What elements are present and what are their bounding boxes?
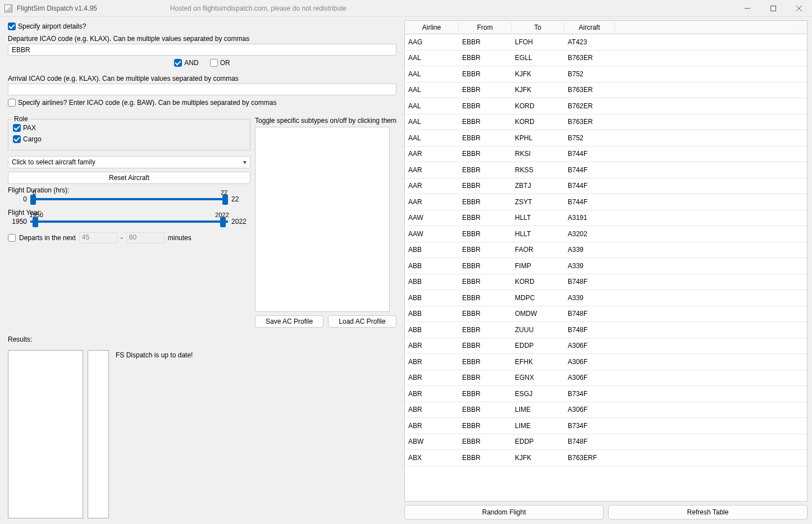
table-row[interactable]: AAREBBRRKSIB744F: [405, 146, 807, 163]
cell-airline: ABR: [405, 403, 459, 416]
arrival-input[interactable]: [8, 84, 396, 95]
table-row[interactable]: AALEBBRKORDB763ER: [405, 114, 807, 131]
col-aircraft[interactable]: Aircraft: [564, 22, 615, 33]
table-row[interactable]: AAWEBBRHLLTA3191: [405, 210, 807, 227]
cell-aircraft: B748F: [564, 275, 615, 288]
minimize-button[interactable]: [735, 0, 760, 17]
cell-from: EBBR: [459, 339, 512, 352]
cell-spacer: [615, 264, 807, 268]
and-label: AND: [184, 59, 198, 67]
pax-checkbox[interactable]: [13, 124, 21, 132]
year-thumb-max[interactable]: [220, 217, 226, 227]
duration-slider[interactable]: 0 22: [30, 198, 228, 200]
col-airline[interactable]: Airline: [405, 22, 459, 33]
cell-spacer: [615, 392, 807, 396]
table-row[interactable]: ABREBBRLIMEB734F: [405, 418, 807, 434]
cell-aircraft: B762ER: [564, 100, 615, 112]
refresh-table-button[interactable]: Refresh Table: [608, 505, 808, 520]
table-row[interactable]: ABBEBBRFAORA339: [405, 242, 807, 259]
table-row[interactable]: ABXEBBRKJFKB763ERF: [405, 450, 807, 466]
maximize-button[interactable]: [760, 0, 786, 17]
cell-spacer: [615, 375, 807, 380]
reset-aircraft-button[interactable]: Reset Aircraft: [8, 172, 250, 184]
random-flight-button[interactable]: Random Flight: [404, 505, 604, 520]
cell-airline: ABB: [405, 243, 459, 256]
table-row[interactable]: AAGEBBRLFOHAT423: [405, 34, 807, 50]
cell-to: ESGJ: [512, 388, 564, 400]
year-label: Flight Year:: [8, 209, 250, 217]
cargo-checkbox[interactable]: [13, 135, 21, 143]
results-listbox-1[interactable]: [8, 350, 83, 518]
or-label: OR: [220, 59, 230, 67]
table-row[interactable]: AAREBBRZSYTB744F: [405, 194, 807, 210]
cell-aircraft: B744F: [564, 196, 615, 208]
cell-aircraft: A339: [564, 292, 615, 304]
cell-airline: AAR: [405, 180, 459, 192]
save-ac-profile-button[interactable]: Save AC Profile: [255, 315, 323, 328]
specify-airlines-checkbox[interactable]: [8, 99, 16, 107]
table-row[interactable]: AALEBBRKORDB762ER: [405, 98, 807, 114]
cell-to: HLLT: [512, 212, 564, 224]
table-row[interactable]: ABBEBBROMDWB748F: [405, 306, 807, 323]
table-row[interactable]: ABWEBBREDDPB748F: [405, 434, 807, 451]
and-checkbox[interactable]: [174, 59, 182, 67]
cell-airline: ABR: [405, 371, 459, 384]
table-row[interactable]: ABBEBBRFIMPA339: [405, 258, 807, 274]
cell-airline: ABW: [405, 435, 459, 448]
col-to[interactable]: To: [512, 22, 564, 33]
departs-dash: -: [121, 234, 123, 242]
table-row[interactable]: ABBEBBRMDPCA339: [405, 290, 807, 306]
cell-from: EBBR: [459, 180, 512, 192]
table-row[interactable]: AALEBBRKJFKB763ER: [405, 82, 807, 99]
cell-from: EBBR: [459, 371, 512, 384]
duration-thumb-min[interactable]: [30, 195, 36, 205]
departure-input[interactable]: [8, 44, 396, 56]
cell-from: EBBR: [459, 228, 512, 240]
cell-to: EDDP: [512, 339, 564, 352]
svg-rect-1: [771, 6, 776, 11]
table-row[interactable]: ABREBBRESGJB734F: [405, 386, 807, 402]
departs-checkbox[interactable]: [8, 234, 16, 242]
specify-airport-checkbox[interactable]: [8, 22, 16, 30]
duration-thumb-max[interactable]: [222, 195, 228, 205]
load-ac-profile-button[interactable]: Load AC Profile: [328, 315, 396, 328]
table-row[interactable]: ABBEBBRKORDB748F: [405, 274, 807, 291]
cell-to: ZSYT: [512, 196, 564, 208]
cell-from: EBBR: [459, 36, 512, 48]
departs-min-input: 45: [79, 232, 117, 243]
cell-aircraft: B734F: [564, 420, 615, 432]
year-slider[interactable]: 1950 2022: [30, 220, 228, 223]
table-row[interactable]: AALEBBRKPHLB752: [405, 130, 807, 146]
cell-airline: ABX: [405, 452, 459, 464]
col-from[interactable]: From: [459, 22, 512, 33]
cell-spacer: [615, 136, 807, 140]
table-row[interactable]: AAWEBBRHLLTA3202: [405, 226, 807, 242]
or-checkbox[interactable]: [210, 59, 218, 67]
table-row[interactable]: AAREBBRRKSSB744F: [405, 162, 807, 178]
cell-from: EBBR: [459, 100, 512, 112]
table-row[interactable]: ABREBBREFHKA306F: [405, 354, 807, 370]
table-row[interactable]: AALEBBRKJFKB752: [405, 66, 807, 82]
table-row[interactable]: ABREBBREDDPA306F: [405, 338, 807, 355]
table-row[interactable]: ABREBBREGNXA306F: [405, 370, 807, 387]
subtypes-listbox[interactable]: [255, 127, 390, 312]
cell-from: EBBR: [459, 275, 512, 288]
cell-spacer: [615, 215, 807, 220]
year-thumb-min[interactable]: [33, 217, 38, 227]
table-body[interactable]: AAGEBBRLFOHAT423AALEBBREGLLB763ERAALEBBR…: [405, 34, 807, 501]
cell-from: EBBR: [459, 212, 512, 224]
cell-aircraft: B763ERF: [564, 452, 615, 464]
table-row[interactable]: AAREBBRZBTJB744F: [405, 178, 807, 195]
aircraft-family-select[interactable]: Click to select aircraft family ▾: [8, 156, 250, 168]
cell-to: FIMP: [512, 260, 564, 272]
cell-from: EBBR: [459, 324, 512, 336]
cell-from: EBBR: [459, 260, 512, 272]
cell-from: EBBR: [459, 243, 512, 256]
table-row[interactable]: ABBEBBRZUUUB748F: [405, 322, 807, 338]
table-row[interactable]: AALEBBREGLLB763ER: [405, 50, 807, 67]
table-row[interactable]: ABREBBRLIMEA306F: [405, 402, 807, 419]
departs-label: Departs in the next: [19, 234, 76, 242]
results-listbox-2[interactable]: [88, 350, 109, 518]
close-button[interactable]: [786, 0, 812, 17]
cell-from: EBBR: [459, 116, 512, 128]
